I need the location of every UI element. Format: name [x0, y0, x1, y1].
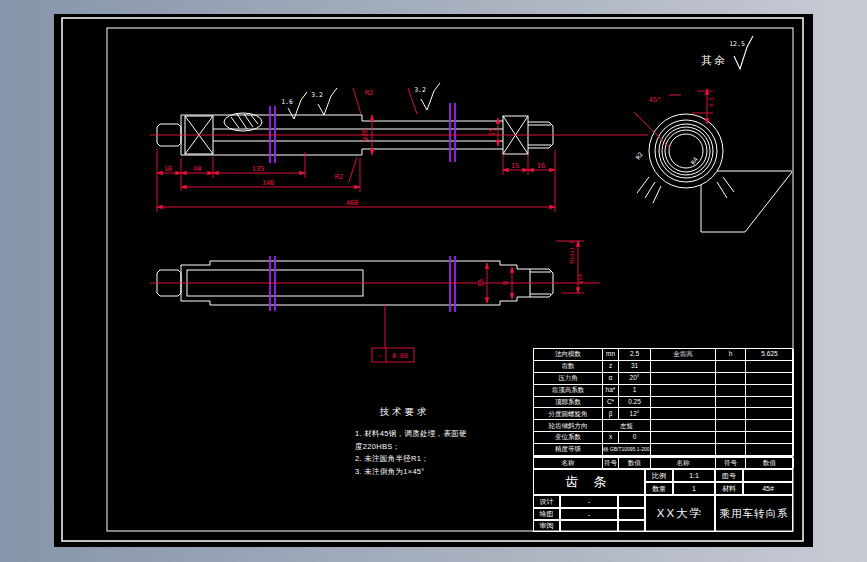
part-name: 齿 条 [533, 469, 645, 495]
param-cell [651, 373, 716, 385]
dim-step2: 9 [502, 281, 510, 285]
param-header-cell: 符号 [716, 458, 746, 468]
tech-req-line: 3. 未注倒角为1×45° [332, 466, 497, 479]
review-value [560, 520, 618, 532]
dim-seg2: 40 [193, 165, 201, 173]
roughness-1: 1.6 [281, 98, 293, 106]
param-header-cell: 名称 [651, 458, 716, 468]
param-cell [716, 420, 746, 432]
design-value: - [560, 495, 618, 508]
param-cell: 精度等级 [534, 444, 603, 456]
param-cell: 压力角 [534, 373, 603, 385]
param-cell [746, 408, 794, 420]
param-table-header: 名称 符号 数值 名称 符号 数值 [533, 457, 793, 469]
param-cell [746, 397, 794, 409]
dim-chamfer-angle: 45° [649, 96, 662, 104]
param-cell: 0.25 [619, 397, 651, 409]
param-cell: 0 [619, 432, 651, 444]
param-header-cell: 数值 [619, 458, 651, 468]
draft-label: 绘图 [533, 508, 560, 520]
param-cell: 齿数 [534, 361, 603, 373]
param-cell: β [603, 408, 619, 420]
dim-right2: 16 [537, 162, 545, 170]
param-cell: 轮齿倾斜方向 [534, 420, 603, 432]
tolerance-value: 0.08 [392, 352, 408, 360]
roughness-2: 3.2 [311, 91, 323, 99]
drawing-no-label: 图号 [715, 469, 743, 482]
tech-req-line: 2. 未注圆角半径R1； [332, 453, 497, 466]
fillet-callout-bottom: R2 [335, 173, 343, 181]
param-cell [716, 361, 746, 373]
param-cell: 1 [619, 385, 651, 397]
material-value: 45# [743, 482, 793, 495]
qty-value: 1 [673, 482, 715, 495]
param-header-cell: 符号 [603, 458, 619, 468]
param-cell [746, 373, 794, 385]
param-cell [651, 432, 716, 444]
param-cell: 分度圆螺旋角 [534, 408, 603, 420]
param-cell [651, 397, 716, 409]
param-cell [651, 385, 716, 397]
param-cell [746, 385, 794, 397]
param-cell: ha* [603, 385, 619, 397]
param-cell: 5.625 [746, 349, 794, 361]
param-cell: C* [603, 397, 619, 409]
param-cell [716, 444, 746, 456]
param-cell: x [603, 432, 619, 444]
roughness-3: 3.2 [414, 86, 426, 94]
organization: XX大学 [645, 495, 715, 532]
qty-label: 数量 [645, 482, 673, 495]
param-cell [716, 432, 746, 444]
param-cell [651, 420, 716, 432]
draft-extra-cell [618, 508, 645, 520]
design-extra-cell [618, 495, 645, 508]
scale-value: 1:1 [673, 469, 715, 482]
param-cell: 2.5 [619, 349, 651, 361]
param-cell: 法向模数 [534, 349, 603, 361]
draft-value: - [560, 508, 618, 520]
project-name: 乘用车转向系 [715, 495, 793, 532]
param-cell: 全齿高 [651, 349, 716, 361]
gear-parameter-table: 法向模数 mn 2.5 全齿高 h 5.625 齿数 z 31 压力角 α 20… [533, 348, 793, 457]
param-header-cell: 名称 [534, 458, 603, 468]
material-label: 材料 [715, 482, 743, 495]
param-cell [716, 385, 746, 397]
param-cell [651, 361, 716, 373]
param-cell: 齿顶高系数 [534, 385, 603, 397]
param-cell [716, 397, 746, 409]
param-cell: 20° [619, 373, 651, 385]
dim-tooth-depth: 4.5 [708, 97, 714, 107]
dim-right1: 15 [511, 162, 519, 170]
dim-thread: M14×1.5 [569, 240, 575, 263]
param-cell: α [603, 373, 619, 385]
tech-req-line: 度220HBS； [332, 441, 497, 454]
dim-step1: 15 [477, 279, 485, 287]
cad-viewport: 16 40 135 146 460 15 16 φ26 15 R2 R2 1.6… [0, 0, 867, 562]
param-header-cell: 数值 [746, 458, 794, 468]
param-cell [651, 408, 716, 420]
param-cell: z [603, 361, 619, 373]
review-label: 审阅 [533, 520, 560, 532]
dim-seg3: 135 [252, 165, 265, 173]
scale-label: 比例 [645, 469, 673, 482]
dim-mid: 146 [262, 179, 275, 187]
tech-req-line: 1. 材料45钢，调质处理，表面硬 [332, 428, 497, 441]
surface-note-value: 12.5 [729, 40, 745, 48]
param-cell [716, 373, 746, 385]
design-label: 设计 [533, 495, 560, 508]
dim-seg1: 16 [164, 165, 172, 173]
param-cell [651, 444, 716, 456]
dim-end-dia: φ14 [577, 273, 584, 284]
param-cell: 31 [619, 361, 651, 373]
param-cell [746, 444, 794, 456]
dim-journal-dia: 15 [488, 128, 496, 136]
param-cell: mn [603, 349, 619, 361]
param-cell: 8级 GB/T10095.1-2001 [603, 444, 651, 456]
param-cell [716, 408, 746, 420]
param-cell: 顶隙系数 [534, 397, 603, 409]
tech-req-title: 技术要求 [332, 406, 477, 419]
drawing-no-value [743, 469, 793, 482]
review-extra-cell [618, 520, 645, 532]
param-cell: h [716, 349, 746, 361]
fillet-callout-top: R2 [365, 89, 373, 97]
